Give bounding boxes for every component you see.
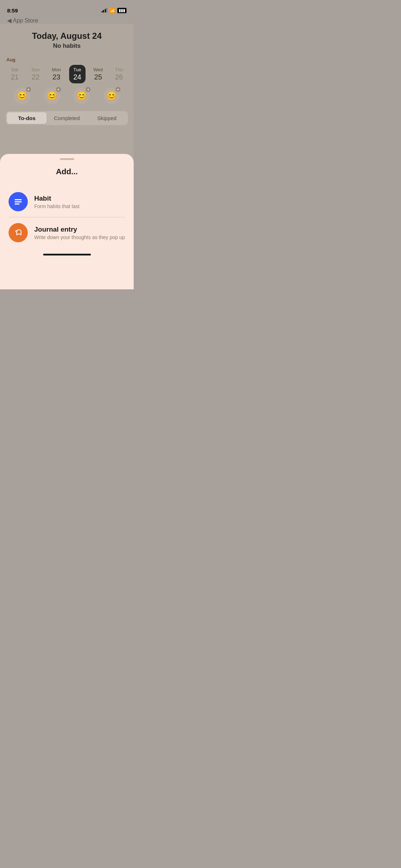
tab-completed[interactable]: Completed <box>47 112 87 124</box>
wifi-icon: 📶 <box>109 8 115 13</box>
habit-icon <box>13 197 23 207</box>
svg-rect-24 <box>15 199 22 200</box>
emoji-add-button[interactable]: 😊 + <box>44 88 60 104</box>
day-name: Sat <box>11 67 18 72</box>
day-number: 24 <box>73 73 81 81</box>
journal-text: Journal entry Write down your thoughts a… <box>34 226 125 240</box>
day-item-sat[interactable]: Sat 21 <box>6 65 23 83</box>
status-time: 8:59 <box>7 7 18 14</box>
status-icons: 📶 ▮▮▮ <box>102 8 127 13</box>
add-emoji-icon: + <box>26 87 31 92</box>
days-row: Sat 21 Sun 22 Mon 23 Tue 24 Wed 25 Thu 2… <box>4 65 130 83</box>
habit-subtitle: Form habits that last <box>34 203 125 209</box>
day-name: Wed <box>93 67 103 72</box>
sheet-handle[interactable] <box>60 158 74 160</box>
tab-skipped[interactable]: Skipped <box>87 112 127 124</box>
tab-to-dos[interactable]: To-dos <box>7 112 47 124</box>
svg-rect-26 <box>15 203 20 205</box>
page-header: Today, August 24 No habits <box>0 24 134 53</box>
smiley-icon: 😊 <box>47 91 57 101</box>
habit-icon-circle <box>9 192 28 211</box>
habit-text: Habit Form habits that last <box>34 195 125 209</box>
emoji-row: 😊 + 😊 + 😊 + 😊 + <box>0 83 134 104</box>
day-number: 26 <box>115 73 123 81</box>
month-label: Aug <box>4 56 18 63</box>
no-habits-label: No habits <box>0 42 134 50</box>
journal-icon <box>13 228 23 238</box>
day-name: Thu <box>115 67 123 72</box>
tabs-container: To-dosCompletedSkipped <box>6 111 128 125</box>
emoji-add-button[interactable]: 😊 + <box>103 88 120 104</box>
day-item-sun[interactable]: Sun 22 <box>27 65 44 83</box>
calendar-strip: Aug Sat 21 Sun 22 Mon 23 Tue 24 Wed 25 T… <box>0 56 134 83</box>
page-title: Today, August 24 <box>0 31 134 41</box>
emoji-add-button[interactable]: 😊 + <box>73 88 90 104</box>
back-button[interactable]: ◀ App Store <box>7 17 127 24</box>
day-name: Mon <box>52 67 61 72</box>
journal-subtitle: Write down your thoughts as they pop up <box>34 234 125 240</box>
day-name: Tue <box>73 67 81 72</box>
signal-icon <box>102 8 108 12</box>
day-item-tue[interactable]: Tue 24 <box>69 65 86 83</box>
habit-menu-item[interactable]: Habit Form habits that last <box>0 186 134 217</box>
day-number: 22 <box>32 73 40 81</box>
svg-rect-25 <box>15 201 22 202</box>
day-number: 23 <box>52 73 60 81</box>
home-indicator <box>43 254 91 255</box>
day-number: 25 <box>94 73 102 81</box>
journal-title: Journal entry <box>34 226 125 233</box>
back-label: App Store <box>13 17 38 24</box>
add-emoji-icon: + <box>86 87 91 92</box>
day-item-wed[interactable]: Wed 25 <box>90 65 106 83</box>
journal-icon-circle <box>9 223 28 242</box>
nav-bar: ◀ App Store <box>0 16 134 24</box>
day-number: 21 <box>11 73 19 81</box>
sheet-title: Add... <box>0 167 134 176</box>
bottom-sheet: Add... Habit Form habits that last Journ… <box>0 154 134 289</box>
day-item-mon[interactable]: Mon 23 <box>48 65 65 83</box>
add-emoji-icon: + <box>115 87 120 92</box>
smiley-icon: 😊 <box>17 91 27 101</box>
emoji-add-button[interactable]: 😊 + <box>14 88 30 104</box>
habit-title: Habit <box>34 195 125 202</box>
smiley-icon: 😊 <box>106 91 117 101</box>
battery-icon: ▮▮▮ <box>117 8 127 13</box>
add-emoji-icon: + <box>56 87 61 92</box>
journal-menu-item[interactable]: Journal entry Write down your thoughts a… <box>0 217 134 248</box>
back-arrow-icon: ◀ <box>7 17 11 24</box>
day-name: Sun <box>31 67 40 72</box>
day-item-thu[interactable]: Thu 26 <box>111 65 127 83</box>
smiley-icon: 😊 <box>76 91 87 101</box>
status-bar: 8:59 📶 ▮▮▮ <box>0 0 134 16</box>
